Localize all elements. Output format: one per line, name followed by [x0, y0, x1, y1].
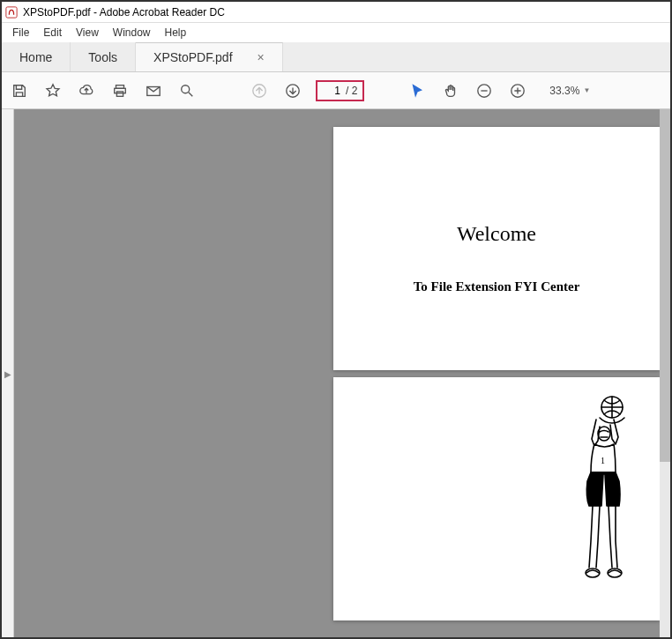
page-input[interactable]: [323, 85, 340, 97]
zoom-in-icon[interactable]: [507, 80, 528, 101]
basketball-player-image: 1: [561, 393, 640, 596]
hand-icon[interactable]: [440, 80, 461, 101]
content-area: ▶ Welcome To File Extension FYI Center 1: [2, 109, 670, 639]
menu-view[interactable]: View: [69, 25, 106, 41]
pdf-page-2: 1: [333, 377, 660, 620]
menu-help[interactable]: Help: [158, 25, 194, 41]
zoom-dropdown[interactable]: 33.3% ▼: [549, 85, 590, 97]
vertical-scrollbar[interactable]: [660, 109, 670, 639]
scrollbar-thumb[interactable]: [660, 109, 670, 462]
svg-rect-2: [115, 88, 126, 93]
page-up-icon[interactable]: [249, 80, 270, 101]
toolbar: / 2 33.3% ▼: [2, 72, 670, 109]
menu-window[interactable]: Window: [106, 25, 158, 41]
tab-tools[interactable]: Tools: [71, 42, 136, 71]
svg-rect-3: [116, 91, 123, 95]
zoom-out-icon[interactable]: [474, 80, 495, 101]
svg-text:1: 1: [601, 456, 605, 465]
document-viewer[interactable]: Welcome To File Extension FYI Center 1: [14, 109, 670, 639]
tabbar: Home Tools XPStoPDF.pdf ×: [2, 42, 670, 72]
svg-rect-0: [6, 6, 17, 17]
chevron-right-icon: ▶: [4, 369, 11, 379]
acrobat-icon: [5, 6, 18, 19]
page-down-icon[interactable]: [282, 80, 303, 101]
svg-point-5: [182, 85, 190, 93]
tab-home[interactable]: Home: [2, 42, 71, 71]
zoom-value: 33.3%: [549, 85, 579, 97]
tab-document[interactable]: XPStoPDF.pdf ×: [136, 42, 283, 71]
menu-edit[interactable]: Edit: [36, 25, 69, 41]
pdf-page-1: Welcome To File Extension FYI Center: [333, 127, 660, 370]
window-titlebar: XPStoPDF.pdf - Adobe Acrobat Reader DC: [2, 2, 670, 23]
save-icon[interactable]: [9, 80, 30, 101]
pointer-icon[interactable]: [407, 80, 428, 101]
menu-file[interactable]: File: [5, 25, 36, 41]
menubar: File Edit View Window Help: [2, 23, 670, 42]
window-title: XPStoPDF.pdf - Adobe Acrobat Reader DC: [23, 6, 225, 19]
page1-subheading: To File Extension FYI Center: [333, 279, 660, 294]
star-icon[interactable]: [42, 80, 63, 101]
page1-heading: Welcome: [333, 222, 660, 246]
tab-document-label: XPStoPDF.pdf: [153, 50, 233, 64]
chevron-down-icon: ▼: [583, 86, 590, 94]
cloud-upload-icon[interactable]: [76, 80, 97, 101]
print-icon[interactable]: [109, 80, 131, 101]
close-icon[interactable]: ×: [258, 50, 265, 64]
search-icon[interactable]: [176, 80, 198, 101]
page-total: / 2: [346, 85, 357, 97]
sidebar-toggle[interactable]: ▶: [2, 109, 14, 639]
email-icon[interactable]: [143, 80, 164, 101]
page-indicator: / 2: [316, 80, 364, 101]
